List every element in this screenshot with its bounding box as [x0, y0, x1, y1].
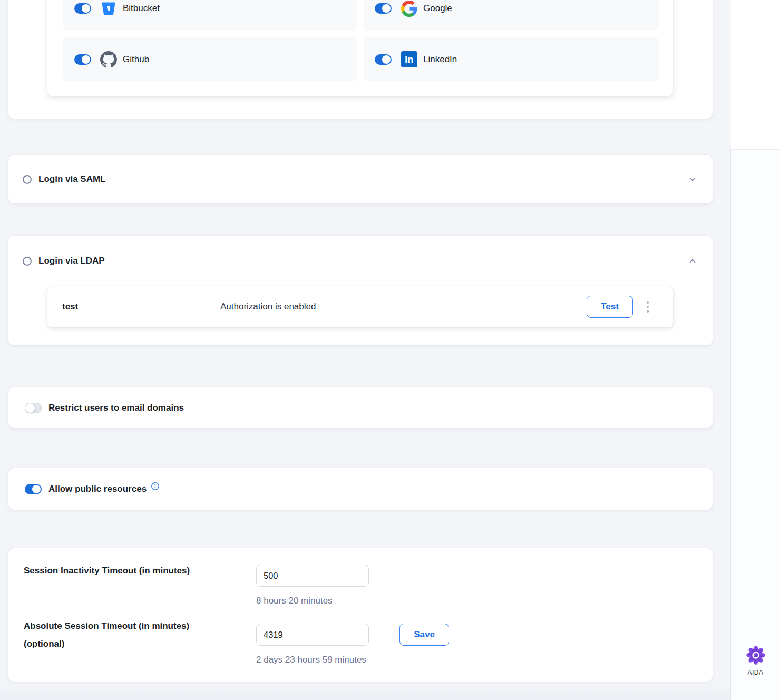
right-rail-top — [731, 0, 780, 149]
provider-label: LinkedIn — [423, 54, 457, 65]
ldap-config-status: Authorization is enabled — [220, 286, 316, 327]
linkedin-icon: in — [401, 51, 417, 68]
ldap-section-card: Login via LDAP test Authorization is ena… — [8, 236, 713, 345]
ldap-config-name: test — [62, 286, 78, 327]
github-icon — [100, 51, 117, 68]
bitbucket-icon — [100, 0, 117, 17]
provider-label: Bitbucket — [123, 3, 160, 14]
google-toggle[interactable] — [375, 3, 392, 14]
oauth-providers-panel: Bitbucket Google Github in — [47, 0, 673, 96]
oauth-providers-card: Bitbucket Google Github in — [8, 0, 713, 119]
ldap-section-title: Login via LDAP — [38, 256, 105, 266]
google-icon — [401, 0, 417, 17]
bitbucket-toggle[interactable] — [74, 3, 91, 14]
provider-row-google: Google — [364, 0, 659, 31]
session-timeout-card: Session Inactivity Timeout (in minutes) … — [8, 548, 713, 682]
github-toggle[interactable] — [74, 54, 91, 65]
saml-section-card: Login via SAML — [8, 155, 713, 203]
restrict-domains-label: Restrict users to email domains — [48, 403, 184, 413]
provider-row-github: Github — [63, 37, 357, 81]
save-button[interactable]: Save — [399, 624, 449, 646]
info-icon[interactable] — [151, 482, 160, 491]
kebab-menu-icon[interactable] — [642, 286, 654, 327]
ldap-section-header[interactable]: Login via LDAP — [8, 236, 713, 286]
provider-label: Google — [423, 3, 452, 14]
test-button[interactable]: Test — [587, 296, 633, 318]
restrict-domains-toggle[interactable] — [25, 403, 42, 413]
sso-settings-page: Bitbucket Google Github in — [0, 0, 780, 700]
right-rail: AIDA — [730, 149, 780, 700]
absolute-timeout-input[interactable] — [256, 624, 369, 646]
chevron-down-icon[interactable] — [688, 174, 697, 184]
absolute-timeout-hint: 2 days 23 hours 59 minutes — [256, 655, 366, 665]
saml-radio[interactable] — [23, 175, 32, 184]
inactivity-timeout-hint: 8 hours 20 minutes — [256, 596, 333, 606]
linkedin-toggle[interactable] — [375, 54, 392, 65]
provider-row-bitbucket: Bitbucket — [63, 0, 357, 31]
provider-row-linkedin: in LinkedIn — [364, 37, 659, 81]
public-resources-label: Allow public resources — [48, 484, 147, 494]
ldap-config-row: test Authorization is enabled Test — [47, 286, 673, 327]
brand-name: AIDA — [731, 669, 780, 676]
aida-flower-icon — [746, 645, 766, 665]
provider-label: Github — [123, 54, 149, 65]
brand-badge[interactable]: AIDA — [731, 645, 780, 676]
saml-section-header[interactable]: Login via SAML — [8, 155, 713, 203]
restrict-domains-card: Restrict users to email domains — [8, 387, 713, 428]
chevron-up-icon[interactable] — [688, 256, 697, 266]
public-resources-card: Allow public resources — [8, 468, 713, 510]
public-resources-toggle[interactable] — [25, 484, 42, 494]
page-bottom-fade — [0, 684, 730, 700]
absolute-timeout-label: Absolute Session Timeout (in minutes) (o… — [24, 617, 189, 653]
inactivity-timeout-label: Session Inactivity Timeout (in minutes) — [24, 562, 190, 580]
saml-section-title: Login via SAML — [38, 174, 106, 184]
inactivity-timeout-input[interactable] — [256, 565, 369, 587]
ldap-radio[interactable] — [23, 257, 32, 266]
